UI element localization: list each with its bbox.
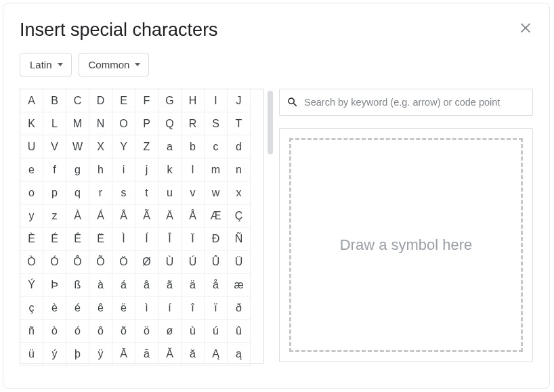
char-cell[interactable]: Æ [205,204,228,227]
char-cell[interactable]: y [20,204,43,227]
char-cell[interactable]: ą [228,343,251,366]
char-cell[interactable]: ð [228,297,251,320]
char-cell[interactable]: á [112,274,135,297]
char-cell[interactable]: ú [205,320,228,343]
char-cell[interactable]: D [89,89,112,112]
char-cell[interactable]: ã [158,274,182,297]
char-cell[interactable]: û [228,320,251,343]
char-cell[interactable]: Ý [20,274,43,297]
char-cell[interactable]: É [43,227,66,251]
char-cell[interactable]: Ò [20,251,43,274]
char-cell[interactable]: i [112,158,135,181]
char-cell[interactable]: Ă [158,343,182,366]
char-cell[interactable]: ā [135,343,158,366]
char-cell[interactable]: Ù [158,251,182,274]
char-cell[interactable]: È [20,227,43,251]
char-cell[interactable]: N [89,112,112,135]
char-cell[interactable]: P [135,112,158,135]
char-cell[interactable]: ì [135,297,158,320]
scrollbar[interactable] [268,91,273,154]
char-cell[interactable]: Ç [228,204,251,227]
char-cell[interactable]: j [135,158,158,181]
char-cell[interactable]: Þ [43,274,66,297]
char-cell[interactable]: ý [43,343,66,366]
char-cell[interactable]: ä [182,274,205,297]
char-cell[interactable]: c [205,135,228,158]
search-input[interactable] [304,97,526,108]
char-cell[interactable]: K [20,112,43,135]
char-cell[interactable]: ê [89,297,112,320]
char-cell[interactable]: g [66,158,89,181]
char-cell[interactable]: E [112,89,135,112]
char-cell[interactable]: H [182,89,205,112]
char-cell[interactable]: q [66,181,89,204]
char-cell[interactable]: Ó [43,251,66,274]
char-cell[interactable]: F [135,89,158,112]
char-cell[interactable]: õ [112,320,135,343]
char-cell[interactable]: U [20,135,43,158]
char-cell[interactable]: Ä [158,204,182,227]
char-cell[interactable]: Ą [205,343,228,366]
char-cell[interactable]: t [135,181,158,204]
char-cell[interactable]: þ [66,343,89,366]
char-cell[interactable]: é [66,297,89,320]
char-cell[interactable]: ß [66,274,89,297]
char-cell[interactable]: ö [135,320,158,343]
char-cell[interactable]: Z [135,135,158,158]
char-cell[interactable]: T [228,112,251,135]
char-cell[interactable]: Ï [182,227,205,251]
char-cell[interactable]: Đ [205,227,228,251]
char-cell[interactable]: Û [205,251,228,274]
char-cell[interactable]: Î [158,227,182,251]
char-cell[interactable]: å [205,274,228,297]
char-cell[interactable]: Á [89,204,112,227]
char-cell[interactable]: ÿ [89,343,112,366]
char-cell[interactable]: C [66,89,89,112]
char-cell[interactable]: Q [158,112,182,135]
char-cell[interactable]: n [228,158,251,181]
char-cell[interactable]: ă [182,343,205,366]
char-cell[interactable]: Ö [112,251,135,274]
char-cell[interactable]: Å [182,204,205,227]
char-cell[interactable]: L [43,112,66,135]
char-cell[interactable]: I [205,89,228,112]
char-cell[interactable]: ô [89,320,112,343]
script-dropdown[interactable]: Latin [20,53,72,77]
char-cell[interactable]: J [228,89,251,112]
char-cell[interactable]: h [89,158,112,181]
char-cell[interactable]: x [228,181,251,204]
char-cell[interactable]: V [43,135,66,158]
char-cell[interactable]: Ñ [228,227,251,251]
char-cell[interactable]: è [43,297,66,320]
char-cell[interactable]: d [228,135,251,158]
char-cell[interactable]: Õ [89,251,112,274]
char-cell[interactable]: X [89,135,112,158]
char-cell[interactable]: í [158,297,182,320]
char-cell[interactable]: b [182,135,205,158]
char-cell[interactable]: A [20,89,43,112]
char-cell[interactable]: s [112,181,135,204]
char-cell[interactable]: G [158,89,182,112]
char-cell[interactable]: Ā [112,343,135,366]
char-cell[interactable]: î [182,297,205,320]
search-field[interactable] [279,89,533,116]
char-cell[interactable]: æ [228,274,251,297]
char-cell[interactable]: O [112,112,135,135]
char-cell[interactable]: v [182,181,205,204]
char-cell[interactable]: ï [205,297,228,320]
draw-canvas[interactable]: Draw a symbol here [289,138,523,352]
char-cell[interactable]: ñ [20,320,43,343]
char-cell[interactable]: Ì [112,227,135,251]
char-cell[interactable]: Ô [66,251,89,274]
char-cell[interactable]: Í [135,227,158,251]
char-cell[interactable]: r [89,181,112,204]
char-cell[interactable]: Ã [135,204,158,227]
char-cell[interactable]: S [205,112,228,135]
char-cell[interactable]: Ê [66,227,89,251]
char-cell[interactable]: a [158,135,182,158]
char-cell[interactable]: ø [158,320,182,343]
char-cell[interactable]: e [20,158,43,181]
char-cell[interactable]: m [205,158,228,181]
char-cell[interactable]: ó [66,320,89,343]
char-cell[interactable]: â [135,274,158,297]
